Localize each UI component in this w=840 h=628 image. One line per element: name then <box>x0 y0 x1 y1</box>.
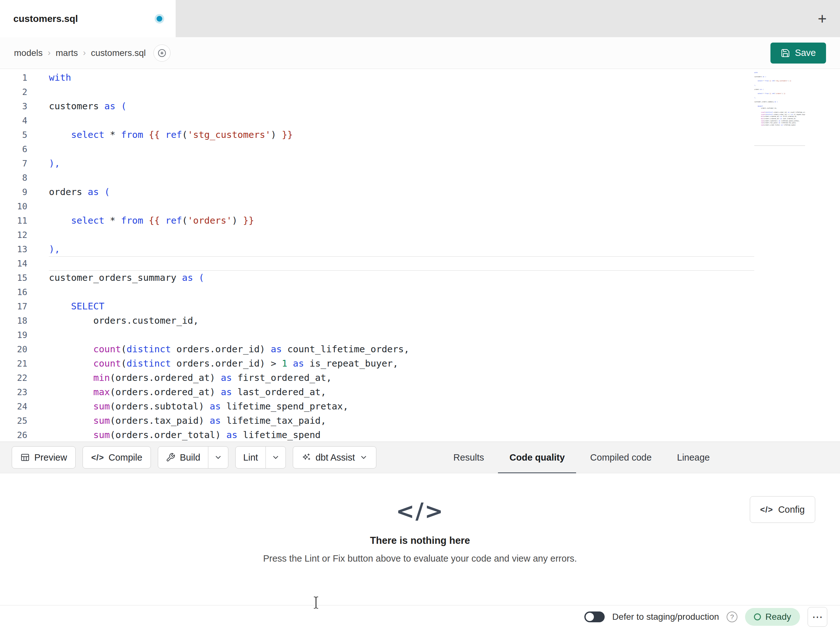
code-line[interactable] <box>49 85 754 99</box>
line-number: 8 <box>0 171 27 185</box>
line-number: 3 <box>0 99 27 113</box>
line-number: 24 <box>0 399 27 414</box>
dbt-assist-button[interactable]: dbt Assist <box>293 446 376 468</box>
line-number: 25 <box>0 414 27 428</box>
breadcrumb-models[interactable]: models <box>14 48 43 58</box>
line-number: 7 <box>0 156 27 171</box>
ready-label: Ready <box>765 612 791 622</box>
tab-lineage-label: Lineage <box>677 452 710 463</box>
code-line[interactable]: select * from {{ ref('orders') }} <box>49 214 754 228</box>
code-line[interactable]: ), <box>49 242 754 256</box>
compile-label: Compile <box>109 452 142 463</box>
line-number: 4 <box>0 113 27 128</box>
breadcrumb-file: customers.sql <box>91 48 146 58</box>
chevron-down-icon <box>360 453 368 462</box>
code-line[interactable] <box>49 328 754 342</box>
code-line[interactable]: SELECT <box>49 299 754 313</box>
empty-state-subtitle: Press the Lint or Fix button above to ev… <box>0 554 840 564</box>
new-tab-button[interactable]: + <box>818 11 827 26</box>
code-line[interactable] <box>49 199 754 214</box>
preview-label: Preview <box>34 452 67 463</box>
chevron-down-icon <box>214 453 222 462</box>
empty-state-title: There is nothing here <box>0 535 840 546</box>
line-number: 5 <box>0 128 27 142</box>
code-line[interactable] <box>49 113 754 128</box>
line-number: 15 <box>0 270 27 285</box>
hammer-icon <box>166 452 175 462</box>
code-line[interactable]: select * from {{ ref('stg_customers') }} <box>49 128 754 142</box>
code-line[interactable]: count(distinct orders.order_id) > 1 as i… <box>49 356 754 371</box>
file-header-bar: models › marts › customers.sql <box>0 37 840 69</box>
tab-customers-sql[interactable]: customers.sql <box>0 0 175 37</box>
help-icon[interactable]: ? <box>726 612 737 622</box>
code-line[interactable] <box>49 228 754 242</box>
code-line[interactable]: with <box>49 71 754 85</box>
lint-dropdown-button[interactable] <box>265 447 286 468</box>
tab-compiled-code-label: Compiled code <box>590 452 651 463</box>
code-line[interactable]: min(orders.ordered_at) as first_ordered_… <box>49 371 754 385</box>
save-icon <box>781 48 790 58</box>
dbt-copilot-button[interactable] <box>153 44 171 62</box>
code-content[interactable]: withcustomers as ( select * from {{ ref(… <box>36 71 754 441</box>
breadcrumb-marts[interactable]: marts <box>55 48 78 58</box>
code-line[interactable]: ), <box>49 156 754 171</box>
build-dropdown-button[interactable] <box>208 447 228 468</box>
line-number: 12 <box>0 228 27 242</box>
breadcrumb-separator-icon: › <box>47 48 51 58</box>
line-number: 11 <box>0 214 27 228</box>
line-number: 21 <box>0 356 27 371</box>
lint-button[interactable]: Lint <box>236 447 266 468</box>
toggle-knob <box>586 613 594 621</box>
defer-toggle[interactable] <box>584 612 605 622</box>
tab-lineage[interactable]: Lineage <box>665 442 723 473</box>
save-button[interactable]: Save <box>771 43 826 63</box>
code-line[interactable] <box>49 142 754 156</box>
compile-button[interactable]: </> Compile <box>82 446 151 468</box>
status-bar: Defer to staging/production ? Ready ⋯ <box>0 605 840 628</box>
minimap[interactable]: withcustomers as ( select * from {{ ref(… <box>754 72 805 146</box>
code-line[interactable]: orders as ( <box>49 185 754 199</box>
code-line[interactable]: customers as ( <box>49 99 754 113</box>
copilot-icon <box>157 48 167 58</box>
line-number: 9 <box>0 185 27 199</box>
code-editor[interactable]: 1234567891011121314151617181920212223242… <box>0 69 840 441</box>
more-options-button[interactable]: ⋯ <box>808 607 827 627</box>
code-line[interactable] <box>49 285 754 299</box>
code-line[interactable]: count(distinct orders.order_id) as count… <box>49 342 754 356</box>
breadcrumb: models › marts › customers.sql <box>14 48 146 58</box>
code-line[interactable]: sum(orders.tax_paid) as lifetime_tax_pai… <box>49 414 754 428</box>
code-line[interactable]: max(orders.ordered_at) as last_ordered_a… <box>49 385 754 399</box>
code-icon: </> <box>91 452 104 462</box>
defer-label: Defer to staging/production <box>612 612 719 622</box>
config-button[interactable]: </> Config <box>750 496 815 523</box>
code-line[interactable]: orders.customer_id, <box>49 313 754 328</box>
line-number: 16 <box>0 285 27 299</box>
line-number: 6 <box>0 142 27 156</box>
sparkle-icon <box>302 452 311 462</box>
code-line[interactable] <box>49 171 754 185</box>
tab-compiled-code[interactable]: Compiled code <box>577 442 664 473</box>
tab-code-quality[interactable]: Code quality <box>497 442 577 473</box>
status-badge: Ready <box>745 608 800 626</box>
code-line[interactable]: customer_orders_summary as ( <box>49 270 754 285</box>
action-buttons: Preview </> Compile Build <box>12 442 376 473</box>
editor-right-rail: withcustomers as ( select * from {{ ref(… <box>754 71 840 441</box>
code-icon: </> <box>760 505 773 515</box>
line-number: 20 <box>0 342 27 356</box>
active-code-line[interactable] <box>49 256 754 270</box>
empty-state-code-icon: </> <box>0 498 840 524</box>
code-line[interactable]: sum(orders.order_total) as lifetime_spen… <box>49 428 754 441</box>
code-line[interactable]: sum(orders.subtotal) as lifetime_spend_p… <box>49 399 754 414</box>
tab-results[interactable]: Results <box>441 442 497 473</box>
build-button-group: Build <box>158 446 228 468</box>
line-number-gutter: 1234567891011121314151617181920212223242… <box>0 71 36 441</box>
result-panel-tabs: Results Code quality Compiled code Linea… <box>441 442 723 473</box>
line-number: 10 <box>0 199 27 214</box>
build-button[interactable]: Build <box>158 447 208 468</box>
preview-button[interactable]: Preview <box>12 446 76 468</box>
line-number: 18 <box>0 313 27 328</box>
editor-tab-bar: customers.sql + <box>0 0 840 37</box>
line-number: 1 <box>0 71 27 85</box>
save-label: Save <box>795 47 816 58</box>
tab-title: customers.sql <box>13 13 78 24</box>
